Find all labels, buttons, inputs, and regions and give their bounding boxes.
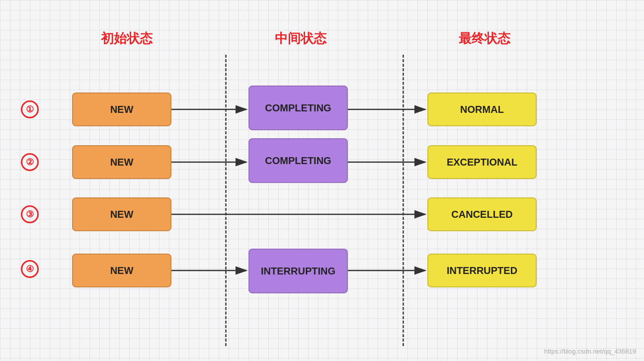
row1-final: NORMAL — [427, 92, 537, 126]
row4-initial: NEW — [72, 254, 171, 287]
row-num-2: ② — [21, 153, 39, 171]
row3-final: CANCELLED — [427, 197, 537, 231]
watermark: https://blog.csdn.net/qq_436819 — [544, 348, 636, 355]
row-num-4: ④ — [21, 260, 39, 278]
row1-initial: NEW — [72, 92, 171, 126]
row-num-3: ③ — [21, 205, 39, 223]
row2-final: EXCEPTIONAL — [427, 145, 537, 179]
header-initial: 初始状态 — [72, 30, 181, 47]
row2-middle: COMPLETING — [248, 138, 348, 183]
row4-middle: INTERRUPTING — [248, 249, 348, 293]
vline-2 — [402, 55, 404, 346]
row4-final: INTERRUPTED — [427, 254, 537, 287]
header-middle: 中间状态 — [246, 30, 355, 47]
row2-initial: NEW — [72, 145, 171, 179]
row3-initial: NEW — [72, 197, 171, 231]
diagram-container: 初始状态 中间状态 最终状态 ① NEW COMPLETING NORMAL ②… — [0, 0, 644, 361]
header-final: 最终状态 — [425, 30, 544, 47]
row-num-1: ① — [21, 100, 39, 118]
row1-middle: COMPLETING — [248, 86, 348, 130]
vline-1 — [225, 55, 227, 346]
